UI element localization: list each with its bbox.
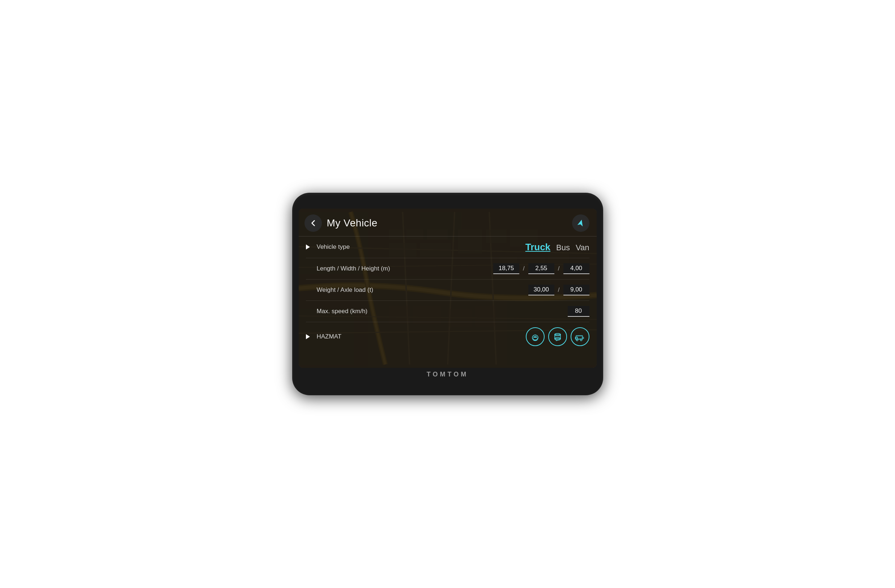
svg-rect-36 [578, 336, 582, 338]
header: My Vehicle [299, 209, 597, 236]
hazmat-cargo-button[interactable] [570, 327, 589, 346]
svg-point-32 [576, 339, 578, 341]
screen-content: My Vehicle Vehicle type Truck [299, 209, 597, 368]
height-field[interactable]: 4,00 [563, 263, 589, 274]
dimensions-row: Length / Width / Height (m) 18,75 / 2,55… [306, 258, 589, 280]
svg-marker-20 [577, 219, 584, 226]
navigation-button[interactable] [572, 214, 589, 232]
device-frame: My Vehicle Vehicle type Truck [292, 193, 603, 395]
header-left: My Vehicle [305, 214, 378, 232]
hazmat-explosion-button[interactable] [526, 327, 545, 346]
width-field[interactable]: 2,55 [528, 263, 554, 274]
vehicle-type-van[interactable]: Van [576, 243, 589, 252]
hazmat-liquid-button[interactable] [548, 327, 567, 346]
svg-point-33 [580, 339, 582, 341]
hazmat-icons [526, 327, 589, 346]
max-speed-label: Max. speed (km/h) [317, 308, 568, 315]
hazmat-row[interactable]: HAZMAT [306, 322, 589, 351]
vehicle-type-truck[interactable]: Truck [525, 242, 551, 253]
menu-rows: Vehicle type Truck Bus Van Length / Widt… [299, 236, 597, 368]
brand-label: TOMTOM [427, 368, 468, 380]
speed-values: 80 [568, 306, 589, 317]
page-title: My Vehicle [327, 217, 378, 229]
hazmat-label: HAZMAT [317, 333, 526, 340]
weight-row: Weight / Axle load (t) 30,00 / 9,00 [306, 280, 589, 301]
max-speed-row: Max. speed (km/h) 80 [306, 301, 589, 322]
sep2: / [558, 265, 560, 272]
dimensions-values: 18,75 / 2,55 / 4,00 [493, 263, 589, 274]
row-arrow-hazmat [306, 334, 317, 339]
vehicle-type-row[interactable]: Vehicle type Truck Bus Van [306, 236, 589, 258]
weight-label: Weight / Axle load (t) [317, 286, 528, 294]
weight-sep: / [558, 286, 560, 294]
svg-rect-24 [534, 340, 537, 341]
axle-load-field[interactable]: 9,00 [563, 285, 589, 296]
length-field[interactable]: 18,75 [493, 263, 519, 274]
vehicle-type-label: Vehicle type [317, 243, 525, 251]
vehicle-type-options: Truck Bus Van [525, 242, 589, 253]
sep1: / [523, 265, 525, 272]
weight-values: 30,00 / 9,00 [528, 285, 589, 296]
dimensions-label: Length / Width / Height (m) [317, 265, 494, 272]
weight-field[interactable]: 30,00 [528, 285, 554, 296]
speed-field[interactable]: 80 [568, 306, 589, 317]
back-button[interactable] [305, 214, 322, 232]
vehicle-type-bus[interactable]: Bus [556, 243, 570, 252]
device-screen: My Vehicle Vehicle type Truck [299, 209, 597, 368]
row-arrow-vehicle-type [306, 244, 317, 250]
